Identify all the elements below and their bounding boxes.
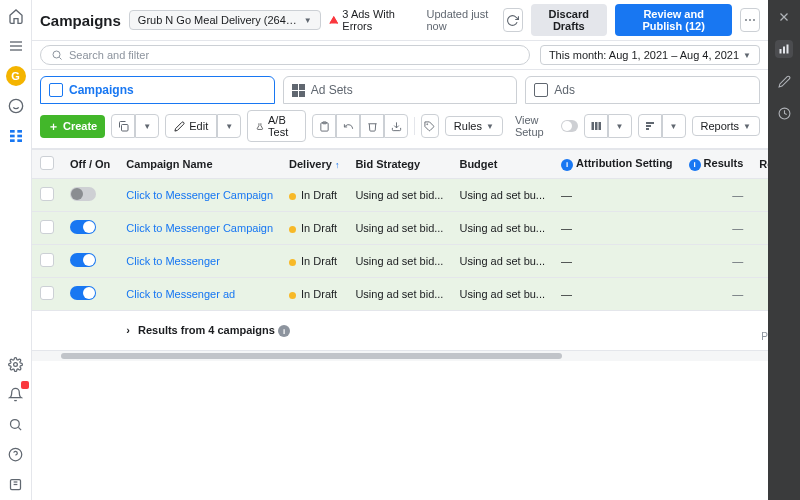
col-attribution[interactable]: iAttribution Setting: [553, 150, 681, 179]
edit-panel-icon[interactable]: [775, 72, 793, 90]
campaign-name-link[interactable]: Click to Messenger Campaign: [126, 222, 273, 234]
svg-rect-11: [17, 139, 22, 142]
select-all-checkbox[interactable]: [40, 156, 54, 170]
row-checkbox[interactable]: [40, 220, 54, 234]
chevron-right-icon[interactable]: ›: [126, 324, 130, 336]
info-icon: i: [561, 159, 573, 171]
reports-button[interactable]: Reports▼: [692, 116, 760, 136]
row-toggle[interactable]: [70, 187, 96, 201]
notifications-icon[interactable]: [6, 384, 26, 404]
edit-button[interactable]: Edit: [165, 114, 217, 138]
settings-icon[interactable]: [6, 354, 26, 374]
create-button[interactable]: ＋Create: [40, 115, 105, 138]
warning-icon: [329, 14, 339, 26]
col-campaign-name[interactable]: Campaign Name: [118, 150, 281, 179]
search-rail-icon[interactable]: [6, 414, 26, 434]
table-row[interactable]: Click to Messenger CampaignIn DraftUsing…: [32, 179, 768, 212]
results-cell: —: [681, 212, 752, 245]
smiley-icon[interactable]: [6, 96, 26, 116]
svg-line-14: [18, 427, 21, 430]
row-toggle[interactable]: [70, 286, 96, 300]
notification-badge: [21, 381, 29, 389]
charts-panel-icon[interactable]: [775, 40, 793, 58]
sort-up-icon: ↑: [335, 160, 340, 170]
view-setup-toggle[interactable]: [561, 120, 577, 132]
row-toggle[interactable]: [70, 253, 96, 267]
row-checkbox[interactable]: [40, 253, 54, 267]
columns-button[interactable]: [584, 114, 608, 138]
view-setup-label: View Setup: [515, 114, 556, 138]
col-budget[interactable]: Budget: [451, 150, 553, 179]
tab-ads[interactable]: Ads: [525, 76, 760, 104]
more-menu-button[interactable]: ⋯: [740, 8, 760, 32]
col-reach[interactable]: Reach: [751, 150, 768, 179]
grid-icon[interactable]: [6, 126, 26, 146]
refresh-button[interactable]: [503, 8, 523, 32]
report-bug-icon[interactable]: [6, 474, 26, 494]
campaigns-icon: [49, 83, 63, 97]
attr-cell: —: [553, 245, 681, 278]
tab-adsets[interactable]: Ad Sets: [283, 76, 518, 104]
budget-cell: Using ad set bu...: [451, 212, 553, 245]
horizontal-scrollbar[interactable]: [32, 351, 768, 361]
duplicate-button[interactable]: [111, 114, 135, 138]
ab-test-button[interactable]: A/B Test: [247, 110, 306, 142]
status-dot-icon: [289, 259, 296, 266]
svg-point-12: [14, 362, 18, 366]
summary-row: ›Results from 4 campaigns i—People: [32, 311, 768, 351]
delivery-cell: In Draft: [281, 212, 347, 245]
columns-chevron[interactable]: ▼: [608, 114, 632, 138]
svg-line-21: [59, 57, 61, 59]
history-panel-icon[interactable]: [775, 104, 793, 122]
undo-button[interactable]: [336, 114, 360, 138]
col-off-on[interactable]: Off / On: [62, 150, 118, 179]
svg-point-3: [9, 99, 22, 112]
results-cell: —: [681, 278, 752, 311]
col-delivery[interactable]: Delivery↑: [281, 150, 347, 179]
campaign-name-link[interactable]: Click to Messenger Campaign: [126, 189, 273, 201]
table-row[interactable]: Click to Messenger adIn DraftUsing ad se…: [32, 278, 768, 311]
col-bid-strategy[interactable]: Bid Strategy: [347, 150, 451, 179]
campaign-name-link[interactable]: Click to Messenger: [126, 255, 220, 267]
account-avatar[interactable]: G: [6, 66, 26, 86]
chevron-down-icon: ▼: [743, 51, 751, 60]
table-row[interactable]: Click to MessengerIn DraftUsing ad set b…: [32, 245, 768, 278]
discard-drafts-button[interactable]: Discard Drafts: [531, 4, 607, 36]
tab-campaigns[interactable]: Campaigns: [40, 76, 275, 104]
close-icon[interactable]: [775, 8, 793, 26]
main-panel: Campaigns Grub N Go Meal Delivery (26420…: [32, 0, 768, 500]
bid-cell: Using ad set bid...: [347, 245, 451, 278]
campaign-name-link[interactable]: Click to Messenger ad: [126, 288, 235, 300]
row-checkbox[interactable]: [40, 187, 54, 201]
export-button[interactable]: [384, 114, 408, 138]
right-rail: [768, 0, 800, 500]
duplicate-chevron[interactable]: ▼: [135, 114, 159, 138]
table-row[interactable]: Click to Messenger CampaignIn DraftUsing…: [32, 212, 768, 245]
date-range-selector[interactable]: This month: Aug 1, 2021 – Aug 4, 2021 ▼: [540, 45, 760, 65]
search-filter-input[interactable]: Search and filter: [40, 45, 530, 65]
tag-button[interactable]: [421, 114, 439, 138]
account-selector[interactable]: Grub N Go Meal Delivery (2642015086... ▼: [129, 10, 321, 30]
svg-point-20: [53, 51, 60, 58]
row-toggle[interactable]: [70, 220, 96, 234]
review-publish-button[interactable]: Review and Publish (12): [615, 4, 732, 36]
svg-rect-29: [598, 122, 601, 130]
svg-point-13: [11, 419, 20, 428]
ads-errors-link[interactable]: 3 Ads With Errors: [329, 8, 411, 32]
row-checkbox[interactable]: [40, 286, 54, 300]
edit-chevron[interactable]: ▼: [217, 114, 241, 138]
info-icon: i: [278, 325, 290, 337]
breakdown-button[interactable]: [638, 114, 662, 138]
separator: [414, 117, 415, 135]
left-rail: G: [0, 0, 32, 500]
help-icon[interactable]: [6, 444, 26, 464]
breakdown-chevron[interactable]: ▼: [662, 114, 686, 138]
copy-button[interactable]: [312, 114, 336, 138]
delete-button[interactable]: [360, 114, 384, 138]
account-label: Grub N Go Meal Delivery (2642015086...: [138, 14, 298, 26]
menu-icon[interactable]: [6, 36, 26, 56]
col-results[interactable]: iResults: [681, 150, 752, 179]
rules-button[interactable]: Rules▼: [445, 116, 503, 136]
home-icon[interactable]: [6, 6, 26, 26]
svg-rect-35: [780, 49, 782, 54]
